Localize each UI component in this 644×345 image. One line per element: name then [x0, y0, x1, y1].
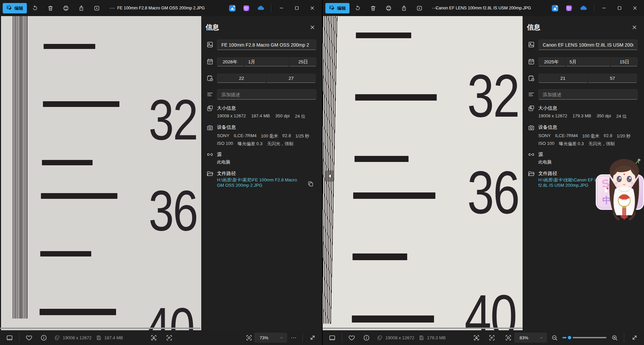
ruler-bar	[40, 251, 91, 256]
statusbar-divider	[19, 333, 19, 342]
device-make: SONY	[538, 133, 551, 139]
filmstrip-toggle-icon[interactable]	[325, 331, 339, 344]
titlebar-divider	[594, 4, 594, 12]
maximize-button[interactable]	[289, 0, 305, 16]
photo-canvas[interactable]: 32 36 40	[0, 16, 201, 330]
ruler-number-36: 36	[149, 182, 197, 239]
previous-photo-button[interactable]	[325, 170, 334, 182]
statusbar-more-icon[interactable]	[287, 331, 300, 344]
date-year-field[interactable]: 2025年	[538, 57, 565, 66]
device-section-title: 设备信息	[538, 124, 557, 130]
fullscreen-expand-icon[interactable]	[306, 331, 319, 344]
file-path-link[interactable]: H:\画质\新卡\索尼\FE 100mm F2.8 Macro GM OSS 2…	[217, 177, 304, 188]
device-make: SONY	[217, 133, 229, 139]
onedrive-cloud-icon[interactable]	[577, 1, 590, 15]
minimize-button[interactable]	[596, 0, 612, 16]
dimensions-readout: 19008 x 12672	[377, 330, 414, 345]
time-hour-field[interactable]: 21	[538, 74, 587, 83]
close-button[interactable]	[627, 0, 643, 16]
photo-canvas[interactable]: 32 36 40	[323, 16, 523, 330]
edit-button[interactable]: 编辑	[325, 3, 350, 13]
filename-input[interactable]	[217, 40, 316, 50]
filename-input[interactable]	[538, 40, 638, 50]
description-input[interactable]	[538, 89, 638, 100]
zoom-level-dropdown[interactable]: 83%	[514, 333, 547, 343]
description-icon	[528, 91, 535, 98]
share-button[interactable]	[396, 1, 411, 15]
info-panel: 信息 2026年 1月 25日 22 27 大小信息 19008 x 12672…	[201, 16, 322, 330]
rotate-button[interactable]	[28, 1, 42, 15]
ruler-number-32: 32	[467, 66, 519, 126]
zoom-in-icon[interactable]	[608, 331, 621, 344]
size-bitdepth: 24 位	[295, 113, 305, 119]
date-day-field[interactable]: 15日	[611, 57, 638, 66]
face-detect-icon[interactable]	[470, 331, 483, 344]
designer-app-icon[interactable]	[548, 1, 561, 15]
zoom-level-value: 73%	[260, 335, 279, 340]
date-year-field[interactable]: 2026年	[217, 57, 244, 66]
ocr-text-icon[interactable]	[485, 331, 498, 344]
size-values: 19008 x 12672 179.3 MB 350 dpi 24 位	[538, 113, 627, 119]
maximize-button[interactable]	[612, 0, 627, 16]
size-dimensions: 19008 x 12672	[217, 113, 246, 119]
slideshow-button[interactable]	[89, 1, 104, 15]
ruler-number-36: 36	[467, 162, 519, 223]
size-section-title: 大小信息	[538, 105, 557, 111]
size-info-icon	[206, 105, 214, 112]
clipchamp-app-icon[interactable]	[239, 1, 253, 15]
onedrive-cloud-icon[interactable]	[254, 1, 268, 15]
edit-image-icon	[329, 5, 335, 12]
delete-button[interactable]	[366, 1, 380, 15]
face-detect-icon[interactable]	[147, 331, 160, 344]
date-month-field[interactable]: 5月	[566, 57, 610, 66]
minimize-button[interactable]	[274, 0, 289, 16]
print-button[interactable]	[58, 1, 73, 15]
photos-window-sony: 编辑 FE 100mm F2.8 Macro GM OSS 200mp 2.JP…	[0, 0, 322, 345]
ruler-bar	[355, 156, 409, 162]
ruler-number-32: 32	[149, 91, 197, 148]
zoom-slider[interactable]	[562, 330, 606, 345]
source-value: 此电脑	[538, 159, 551, 165]
time-minute-field[interactable]: 27	[267, 74, 316, 83]
fit-to-window-icon[interactable]	[242, 331, 256, 344]
favorite-heart-icon[interactable]	[345, 331, 358, 344]
horizontal-scrollbar[interactable]	[0, 328, 201, 329]
info-close-icon[interactable]	[307, 22, 317, 32]
anime-girl-illustration	[604, 157, 644, 222]
device-model: ILCE-7RM4	[555, 133, 578, 139]
calendar-icon	[528, 58, 535, 65]
zoom-level-dropdown[interactable]: 73%	[254, 333, 287, 343]
device-iso: ISO 100	[217, 141, 233, 147]
file-info-icon[interactable]	[360, 331, 373, 344]
ocr-text-icon[interactable]	[162, 331, 176, 344]
window-title: Canon EF LENS 100mm f2.8L IS USM 200mp.J…	[436, 0, 531, 16]
fit-to-window-icon[interactable]	[501, 331, 515, 344]
fullscreen-expand-icon[interactable]	[628, 331, 641, 344]
filmstrip-toggle-icon[interactable]	[3, 331, 16, 344]
path-section-title: 文件路径	[217, 171, 236, 177]
copy-path-icon[interactable]	[306, 179, 315, 188]
time-minute-field[interactable]: 57	[588, 74, 637, 83]
description-input[interactable]	[217, 89, 316, 100]
statusbar-divider	[342, 333, 342, 342]
file-info-icon[interactable]	[37, 331, 50, 344]
print-button[interactable]	[381, 1, 396, 15]
close-button[interactable]	[305, 0, 320, 16]
date-month-field[interactable]: 1月	[245, 57, 289, 66]
designer-app-icon[interactable]	[225, 1, 239, 15]
edit-button[interactable]: 编辑	[3, 3, 27, 13]
favorite-heart-icon[interactable]	[22, 331, 36, 344]
device-line-1: SONY ILCE-7RM4 100 毫米 f/2.8 1/25 秒	[217, 133, 309, 139]
rotate-button[interactable]	[350, 1, 365, 15]
zoom-out-icon[interactable]	[548, 331, 561, 344]
time-hour-field[interactable]: 22	[217, 74, 266, 83]
ruler-bar	[355, 94, 437, 101]
info-close-icon[interactable]	[629, 22, 639, 32]
horizontal-scrollbar[interactable]	[323, 328, 523, 329]
slideshow-button[interactable]	[412, 1, 427, 15]
date-day-field[interactable]: 25日	[289, 57, 316, 66]
device-iso: ISO 100	[538, 141, 554, 147]
clipchamp-app-icon[interactable]	[562, 1, 576, 15]
delete-button[interactable]	[43, 1, 58, 15]
share-button[interactable]	[74, 1, 89, 15]
